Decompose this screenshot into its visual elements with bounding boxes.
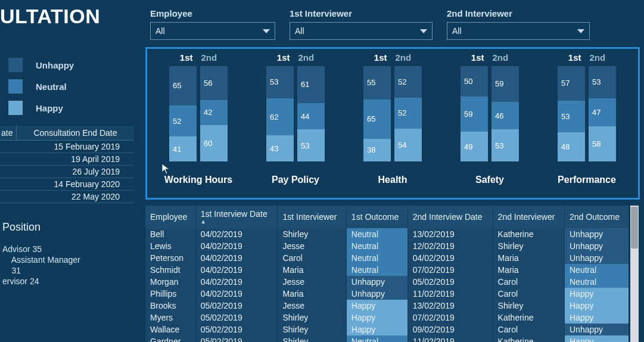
table-row[interactable]: Bell04/02/2019ShirleyNeutral13/02/2019Ka… xyxy=(145,228,629,240)
chart-head-1st: 1st xyxy=(277,52,290,63)
table-cell: Carol xyxy=(278,252,346,264)
table-cell: Shirley xyxy=(493,240,564,252)
table-cell: Katherine xyxy=(493,335,564,342)
date-row[interactable]: 26 July 2019 xyxy=(0,166,134,178)
filter-2nd-interviewer: 2nd Interviewer All xyxy=(447,8,590,40)
chart-segment-neutral: 65 xyxy=(363,100,391,139)
main-area: Employee All 1st Interviewer All 2nd Int… xyxy=(145,0,643,342)
table-header[interactable]: 2nd Interview Date xyxy=(407,206,493,228)
table-cell: Shirley xyxy=(278,312,346,324)
table-cell: Jesse xyxy=(278,240,346,252)
legend-item-neutral: Neutral xyxy=(8,79,134,94)
legend-item-happy: Happy xyxy=(8,101,134,115)
chart-segment-happy: 60 xyxy=(200,125,228,161)
date-row[interactable]: 14 February 2020 xyxy=(0,178,134,191)
chart-segment-unhappy: 53 xyxy=(266,66,294,98)
table-cell: Shirley xyxy=(493,300,564,312)
chart-column: 1st2nd575348534758Performance xyxy=(542,52,632,192)
chart-segment-neutral: 47 xyxy=(589,98,616,127)
table-row[interactable]: Gardner05/02/2019ShirleyNeutral11/02/201… xyxy=(145,335,629,342)
dates-header: ate Consultation End Date xyxy=(0,126,134,141)
position-title: Position xyxy=(2,221,134,234)
table-cell: Neutral xyxy=(346,252,407,264)
filter-employee-label: Employee xyxy=(150,8,275,18)
chart-segment-unhappy: 52 xyxy=(394,66,422,98)
chart-segment-happy: 54 xyxy=(394,129,422,161)
table-header[interactable]: 1st Outcome xyxy=(346,206,407,228)
table-cell: Maria xyxy=(493,252,564,264)
table-cell: Peterson xyxy=(145,252,195,264)
table-cell: 05/02/2019 xyxy=(195,335,278,342)
table-row[interactable]: Schmidt04/02/2019MariaNeutral07/02/2019M… xyxy=(145,264,629,276)
table-cell: Unhappy xyxy=(346,288,407,300)
filters-row: Employee All 1st Interviewer All 2nd Int… xyxy=(145,0,643,43)
table-cell: Unhappy xyxy=(565,252,629,264)
table-cell: Neutral xyxy=(346,240,407,252)
table-row[interactable]: Phillips04/02/2019MariaUnhappy11/02/2019… xyxy=(145,288,629,300)
table-row[interactable]: Morgan04/02/2019JesseUnhappy05/02/2019Ca… xyxy=(145,276,629,288)
table-cell: 04/02/2019 xyxy=(195,240,278,252)
table-cell: Happy xyxy=(346,324,407,335)
chart-head-2nd: 2nd xyxy=(298,52,315,63)
table-header[interactable]: 2nd Outcome xyxy=(565,206,629,228)
table-cell: Morgan xyxy=(145,276,195,288)
table-cell: 07/02/2019 xyxy=(407,312,493,324)
chart-segment-happy: 43 xyxy=(266,135,294,161)
table-cell: 05/02/2019 xyxy=(195,324,278,335)
chart-segment-happy: 58 xyxy=(589,126,616,161)
position-block: Position Advisor 35 Assistant Manager 31… xyxy=(0,221,134,286)
position-line: ervisor 24 xyxy=(2,276,134,286)
date-row[interactable]: 22 May 2020 xyxy=(0,191,134,203)
dropdown-1st-interviewer[interactable]: All xyxy=(290,22,433,40)
table-cell: 04/02/2019 xyxy=(195,276,278,288)
chart-segment-neutral: 52 xyxy=(394,98,422,129)
dropdown-employee-value: All xyxy=(155,26,165,36)
dates-header-col1: ate xyxy=(0,126,17,140)
scrollbar-thumb[interactable] xyxy=(631,207,638,248)
chart-column: 1st2nd505949594653Safety xyxy=(444,52,535,192)
chart-column: 1st2nd556538525254Health xyxy=(347,52,438,192)
table-header[interactable]: Employee xyxy=(145,206,195,228)
chart-head-1st: 1st xyxy=(374,52,387,63)
table-cell: Happy xyxy=(565,300,629,312)
chart-segment-unhappy: 65 xyxy=(169,66,197,105)
chart-segment-happy: 53 xyxy=(297,129,325,161)
interview-table: Employee1st Interview Date▲1st Interview… xyxy=(145,206,629,342)
scrollbar[interactable] xyxy=(630,206,639,342)
chart-segment-neutral: 42 xyxy=(200,100,228,126)
table-row[interactable]: Myers05/02/2019ShirleyHappy07/02/2019Kat… xyxy=(145,312,629,324)
table-header[interactable]: 1st Interview Date▲ xyxy=(195,206,278,228)
table-cell: Happy xyxy=(346,312,407,324)
table-row[interactable]: Peterson04/02/2019CarolNeutral04/02/2019… xyxy=(145,252,629,264)
filter-int2-label: 2nd Interviewer xyxy=(447,8,590,18)
table-cell: 09/02/2019 xyxy=(407,324,493,335)
chart-label: Health xyxy=(378,175,407,185)
table-header[interactable]: 2nd Interviewer xyxy=(493,206,564,228)
date-row[interactable]: 15 February 2019 xyxy=(0,141,134,153)
chart-frame: 1st2nd655241564260Working Hours1st2nd536… xyxy=(145,47,640,200)
position-line: Assistant Manager xyxy=(2,255,134,265)
table-cell: Maria xyxy=(278,288,346,300)
dates-header-col2: Consultation End Date xyxy=(17,126,134,140)
table-row[interactable]: Brooks05/02/2019JesseHappy13/02/2019Shir… xyxy=(145,300,629,312)
table-cell: Brooks xyxy=(145,300,195,312)
table-cell: Jesse xyxy=(278,276,346,288)
chart-segment-happy: 38 xyxy=(363,139,391,161)
filter-employee: Employee All xyxy=(150,8,275,40)
dropdown-employee[interactable]: All xyxy=(150,22,275,40)
chart-segment-unhappy: 55 xyxy=(363,66,391,100)
chart-segment-unhappy: 53 xyxy=(589,66,616,98)
date-row[interactable]: 19 April 2019 xyxy=(0,153,134,166)
table-header[interactable]: 1st Interviewer xyxy=(278,206,346,228)
table-cell: Happy xyxy=(565,335,629,342)
table-row[interactable]: Lewis04/02/2019JesseNeutral12/02/2019Shi… xyxy=(145,240,629,252)
chevron-down-icon xyxy=(263,29,270,33)
table-cell: Happy xyxy=(565,288,629,300)
table-row[interactable]: Wallace05/02/2019ShirleyHappy09/02/2019C… xyxy=(145,324,629,335)
chart-segment-neutral: 52 xyxy=(169,105,197,137)
table-cell: Neutral xyxy=(346,335,407,342)
dropdown-2nd-interviewer[interactable]: All xyxy=(447,22,590,40)
table-cell: Neutral xyxy=(346,264,407,276)
table-cell: 12/02/2019 xyxy=(407,240,493,252)
table-cell: Neutral xyxy=(565,264,629,276)
